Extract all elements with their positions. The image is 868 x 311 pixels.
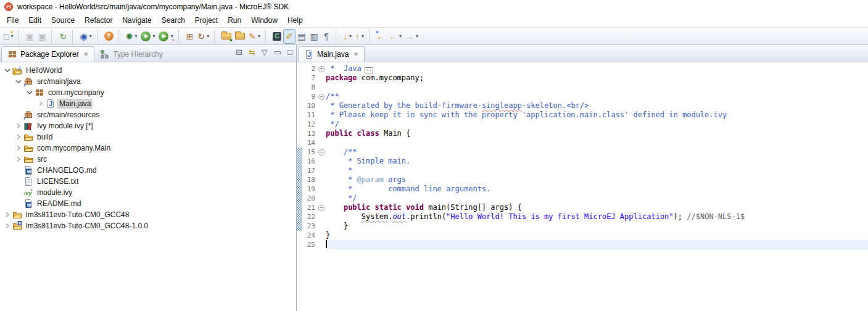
code-line[interactable]: 21− public static void main(String[] arg…	[297, 203, 868, 212]
maximize-view-button[interactable]: □	[287, 48, 292, 56]
external-tools-button[interactable]: ▶▪▾	[157, 29, 175, 44]
chevron-down-icon[interactable]: ▾	[399, 33, 402, 39]
last-edit-location-button[interactable]: ←✶	[374, 29, 387, 44]
chevron-down-icon[interactable]: ▾	[349, 33, 352, 39]
block-selection-button[interactable]: ▥	[308, 29, 320, 44]
fold-collapse-icon[interactable]: −	[318, 149, 324, 156]
chevron-expanded-icon[interactable]	[2, 65, 12, 75]
code-line[interactable]: 2+ * Java..	[297, 64, 868, 73]
support-help-button[interactable]: ?	[102, 29, 115, 44]
show-whitespace-button[interactable]: ¶	[320, 29, 333, 44]
code-line[interactable]: 14	[297, 138, 868, 147]
tree-item[interactable]: WREADME.md	[0, 198, 296, 209]
fold-collapse-icon[interactable]: −	[318, 94, 324, 100]
code-line[interactable]: 23 }	[297, 222, 868, 231]
link-editor-toggle[interactable]: ⇆	[249, 48, 255, 56]
menu-help[interactable]: Help	[283, 15, 308, 26]
chevron-collapsed-icon[interactable]	[14, 132, 23, 142]
tree-item[interactable]: JMain.java	[0, 98, 296, 109]
code-line[interactable]: 15− /**	[297, 147, 868, 157]
tree-item[interactable]: com.mycompany.Main	[0, 143, 296, 154]
tree-item[interactable]: ivymodule.ivy	[0, 187, 296, 198]
tree-item[interactable]: JHelloWorld	[0, 65, 296, 76]
code-line[interactable]: 17 *	[297, 166, 868, 175]
code-line[interactable]: 24}	[297, 231, 868, 240]
fold-collapse-icon[interactable]: −	[318, 205, 324, 211]
link-with-editor-button[interactable]: ▤	[296, 29, 308, 44]
menu-source[interactable]: Source	[46, 15, 80, 26]
refresh-build-button[interactable]: ↻▾	[196, 29, 212, 44]
menu-project[interactable]: Project	[190, 15, 223, 26]
back-button[interactable]: ←▾	[387, 29, 403, 44]
collapse-all-button[interactable]: ⊟	[236, 48, 242, 56]
chevron-down-icon[interactable]: ▾	[134, 33, 137, 39]
code-line[interactable]: 13public class Main {	[297, 129, 868, 138]
menu-refactor[interactable]: Refactor	[80, 15, 117, 26]
chevron-collapsed-icon[interactable]	[14, 143, 23, 153]
code-line[interactable]: 12 */	[297, 120, 868, 129]
save-all-button[interactable]: ▣	[36, 29, 48, 44]
mark-occurrences-toggle[interactable]: ✐	[283, 29, 296, 44]
chevron-down-icon[interactable]: ▾	[258, 33, 260, 39]
java-element-button[interactable]: C	[271, 29, 283, 44]
marker-pen-button[interactable]: ✎▾	[247, 29, 262, 44]
new-wizard-button[interactable]: □✶▾	[2, 29, 15, 44]
menu-file[interactable]: File	[2, 15, 23, 26]
tree-item[interactable]: com.mycompany	[0, 87, 296, 98]
microej-launch-button[interactable]: ◉▾	[78, 29, 93, 44]
debug-button[interactable]: ✺▾	[124, 29, 139, 44]
tree-item[interactable]: WCHANGELOG.md	[0, 165, 296, 176]
build-all-button[interactable]: ⊞	[184, 29, 196, 44]
code-line[interactable]: 11 * Please keep it in sync with the pro…	[297, 110, 868, 120]
close-icon[interactable]: ✕	[84, 51, 89, 57]
chevron-collapsed-icon[interactable]	[14, 154, 23, 164]
chevron-down-icon[interactable]: ▾	[416, 33, 418, 39]
prev-annotation-button[interactable]: ↑▾	[353, 29, 366, 44]
chevron-collapsed-icon[interactable]	[14, 121, 23, 131]
code-line[interactable]: 8	[297, 83, 868, 92]
code-editor[interactable]: 2+ * Java..7package com.mycompany;89−/**…	[297, 62, 868, 311]
tree-item[interactable]: src	[0, 154, 296, 165]
tree-item[interactable]: isrc/main/java	[0, 76, 296, 87]
minimize-view-button[interactable]: ▭	[274, 48, 281, 56]
tree-item[interactable]: Ivy module.ivy [*]	[0, 120, 296, 131]
code-line[interactable]: 20 */	[297, 194, 868, 203]
save-button[interactable]: ▣	[23, 29, 36, 44]
menu-search[interactable]: Search	[157, 15, 190, 26]
tree-item[interactable]: build	[0, 131, 296, 143]
code-line[interactable]: 22 System.out.println("Hello World! This…	[297, 212, 868, 222]
chevron-expanded-icon[interactable]	[25, 88, 35, 97]
chevron-down-icon[interactable]: ▾	[89, 33, 92, 39]
chevron-down-icon[interactable]: ▾	[152, 33, 155, 39]
forward-button[interactable]: →▾	[403, 29, 420, 44]
code-line[interactable]: 10 * Generated by the build-firmware-sin…	[297, 101, 868, 110]
sync-ivy-button[interactable]: ↻	[57, 29, 69, 44]
menu-edit[interactable]: Edit	[23, 15, 46, 26]
open-folder-button[interactable]	[233, 29, 247, 44]
view-menu-button[interactable]: ▽	[262, 48, 268, 56]
next-annotation-button[interactable]: ↓▾	[341, 29, 353, 44]
chevron-down-icon[interactable]: ▾	[207, 33, 209, 39]
tree-item[interactable]: LICENSE.txt	[0, 176, 296, 187]
tree-item[interactable]: lm3s811evb-Tuto-CM0_GCC48	[0, 209, 296, 220]
code-line[interactable]: 18 * @param args	[297, 175, 868, 185]
chevron-collapsed-icon[interactable]	[36, 99, 46, 109]
code-line[interactable]: 25	[297, 240, 868, 249]
chevron-down-icon[interactable]: ▾	[362, 33, 364, 39]
fold-expand-icon[interactable]: +	[318, 66, 324, 72]
folded-region-icon[interactable]: ..	[365, 67, 373, 73]
tab-package-explorer[interactable]: Package Explorer ✕	[1, 46, 94, 62]
menu-navigate[interactable]: Navigate	[117, 15, 156, 26]
tree-item[interactable]: isrc/main/resources	[0, 109, 296, 120]
tab-type-hierarchy[interactable]: Type Hierarchy	[94, 46, 168, 62]
menu-run[interactable]: Run	[223, 15, 246, 26]
code-line[interactable]: 19 * command line arguments.	[297, 185, 868, 194]
run-button[interactable]: ▶▾	[139, 29, 157, 44]
menu-window[interactable]: Window	[246, 15, 283, 26]
import-folder-button[interactable]: ●	[220, 29, 233, 44]
tab-main-java[interactable]: J Main.java ✕	[298, 46, 365, 62]
code-line[interactable]: 7package com.mycompany;	[297, 73, 868, 83]
chevron-collapsed-icon[interactable]	[2, 221, 12, 231]
tree-item[interactable]: lm3s811evb-Tuto-CM0_GCC48-1.0.0	[0, 220, 296, 231]
code-line[interactable]: 16 * Simple main.	[297, 157, 868, 166]
